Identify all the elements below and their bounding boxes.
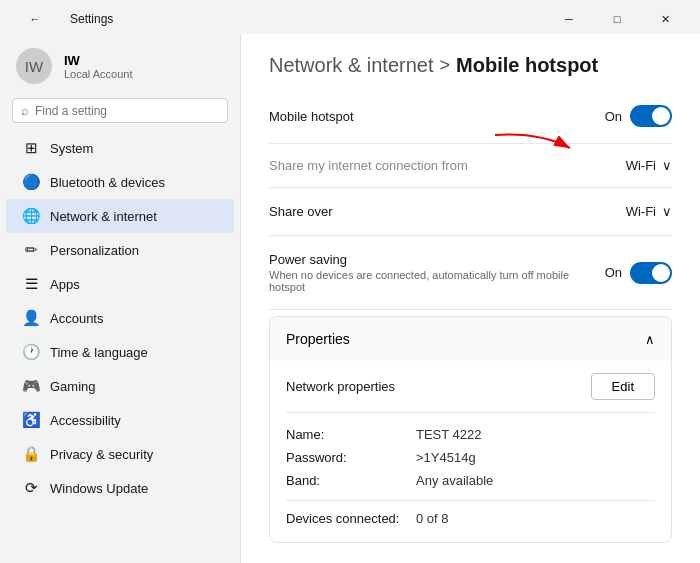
main-content: Network & internet > Mobile hotspot Mobi… <box>240 34 700 563</box>
sidebar-item-accessibility[interactable]: ♿ Accessibility <box>6 403 234 437</box>
sidebar-item-time[interactable]: 🕐 Time & language <box>6 335 234 369</box>
network-properties-label: Network properties <box>286 379 395 394</box>
back-button[interactable]: ← <box>12 6 58 32</box>
share-from-label: Share my internet connection from <box>269 158 468 173</box>
avatar: IW <box>16 48 52 84</box>
chevron-down-icon: ∨ <box>662 158 672 173</box>
bluetooth-icon: 🔵 <box>22 173 40 191</box>
privacy-icon: 🔒 <box>22 445 40 463</box>
accessibility-icon: ♿ <box>22 411 40 429</box>
password-value: >1Y4514g <box>416 450 476 465</box>
edit-button[interactable]: Edit <box>591 373 655 400</box>
mobile-hotspot-toggle[interactable] <box>630 105 672 127</box>
properties-header[interactable]: Properties ∧ <box>270 317 671 361</box>
collapse-icon: ∧ <box>645 332 655 347</box>
password-key: Password: <box>286 450 416 465</box>
sidebar-item-personalization[interactable]: ✏ Personalization <box>6 233 234 267</box>
search-input[interactable] <box>35 104 219 118</box>
sidebar-item-network[interactable]: 🌐 Network & internet <box>6 199 234 233</box>
user-name: IW <box>64 53 133 68</box>
user-type: Local Account <box>64 68 133 80</box>
name-row: Name: TEST 4222 <box>286 423 655 446</box>
name-key: Name: <box>286 427 416 442</box>
network-properties-row: Network properties Edit <box>286 373 655 413</box>
sidebar-item-label: Time & language <box>50 345 148 360</box>
devices-value: 0 of 8 <box>416 511 449 526</box>
band-value: Any available <box>416 473 493 488</box>
title-bar: ← Settings ─ □ ✕ <box>0 0 700 34</box>
power-saving-toggle-text: On <box>605 265 622 280</box>
search-icon: ⌕ <box>21 103 29 118</box>
share-over-value: Wi-Fi <box>626 204 656 219</box>
share-from-value: Wi-Fi <box>626 158 656 173</box>
sidebar-item-label: System <box>50 141 93 156</box>
sidebar: IW IW Local Account ⌕ ⊞ System 🔵 Bluetoo… <box>0 34 240 563</box>
maximize-button[interactable]: □ <box>594 6 640 32</box>
share-over-dropdown[interactable]: Wi-Fi ∨ <box>626 204 672 219</box>
sidebar-item-bluetooth[interactable]: 🔵 Bluetooth & devices <box>6 165 234 199</box>
breadcrumb-separator: > <box>440 55 451 76</box>
properties-body: Network properties Edit Name: TEST 4222 … <box>270 361 671 542</box>
mobile-hotspot-label: Mobile hotspot <box>269 109 354 124</box>
accounts-icon: 👤 <box>22 309 40 327</box>
power-saving-toggle-group: On <box>605 262 672 284</box>
name-value: TEST 4222 <box>416 427 482 442</box>
content-area: Mobile hotspot On Share my internet conn… <box>241 89 700 563</box>
breadcrumb-parent: Network & internet <box>269 54 434 77</box>
sidebar-item-label: Bluetooth & devices <box>50 175 165 190</box>
title-bar-title: Settings <box>70 12 113 26</box>
gaming-icon: 🎮 <box>22 377 40 395</box>
devices-row: Devices connected: 0 of 8 <box>286 500 655 530</box>
mobile-hotspot-row: Mobile hotspot On <box>269 89 672 144</box>
network-icon: 🌐 <box>22 207 40 225</box>
sidebar-item-system[interactable]: ⊞ System <box>6 131 234 165</box>
sidebar-item-gaming[interactable]: 🎮 Gaming <box>6 369 234 403</box>
minimize-button[interactable]: ─ <box>546 6 592 32</box>
sidebar-item-label: Accessibility <box>50 413 121 428</box>
properties-title: Properties <box>286 331 350 347</box>
sidebar-item-label: Accounts <box>50 311 103 326</box>
share-over-label: Share over <box>269 204 333 219</box>
sidebar-item-label: Windows Update <box>50 481 148 496</box>
mobile-hotspot-toggle-group: On <box>605 105 672 127</box>
power-saving-row: Power saving When no devices are connect… <box>269 236 672 310</box>
breadcrumb: Network & internet > Mobile hotspot <box>269 54 672 77</box>
sidebar-item-label: Network & internet <box>50 209 157 224</box>
sidebar-item-accounts[interactable]: 👤 Accounts <box>6 301 234 335</box>
sidebar-item-label: Apps <box>50 277 80 292</box>
share-from-row: Share my internet connection from Wi-Fi … <box>269 144 672 188</box>
share-from-dropdown[interactable]: Wi-Fi ∨ <box>626 158 672 173</box>
system-icon: ⊞ <box>22 139 40 157</box>
time-icon: 🕐 <box>22 343 40 361</box>
close-button[interactable]: ✕ <box>642 6 688 32</box>
sidebar-item-apps[interactable]: ☰ Apps <box>6 267 234 301</box>
sidebar-item-label: Gaming <box>50 379 96 394</box>
update-icon: ⟳ <box>22 479 40 497</box>
share-over-row: Share over Wi-Fi ∨ <box>269 188 672 236</box>
devices-key: Devices connected: <box>286 511 416 526</box>
breadcrumb-current: Mobile hotspot <box>456 54 598 77</box>
sidebar-item-update[interactable]: ⟳ Windows Update <box>6 471 234 505</box>
power-saving-label: Power saving <box>269 252 589 267</box>
mobile-hotspot-toggle-text: On <box>605 109 622 124</box>
search-box[interactable]: ⌕ <box>12 98 228 123</box>
power-saving-toggle[interactable] <box>630 262 672 284</box>
personalization-icon: ✏ <box>22 241 40 259</box>
sidebar-item-label: Personalization <box>50 243 139 258</box>
band-key: Band: <box>286 473 416 488</box>
chevron-down-icon: ∨ <box>662 204 672 219</box>
sidebar-item-label: Privacy & security <box>50 447 153 462</box>
apps-icon: ☰ <box>22 275 40 293</box>
power-saving-sublabel: When no devices are connected, automatic… <box>269 269 589 293</box>
password-row: Password: >1Y4514g <box>286 446 655 469</box>
page-header: Network & internet > Mobile hotspot <box>241 34 700 89</box>
sidebar-item-privacy[interactable]: 🔒 Privacy & security <box>6 437 234 471</box>
nav-menu: ⊞ System 🔵 Bluetooth & devices 🌐 Network… <box>0 131 240 505</box>
properties-section: Properties ∧ Network properties Edit Nam… <box>269 316 672 543</box>
band-row: Band: Any available <box>286 469 655 492</box>
user-profile[interactable]: IW IW Local Account <box>0 34 240 98</box>
